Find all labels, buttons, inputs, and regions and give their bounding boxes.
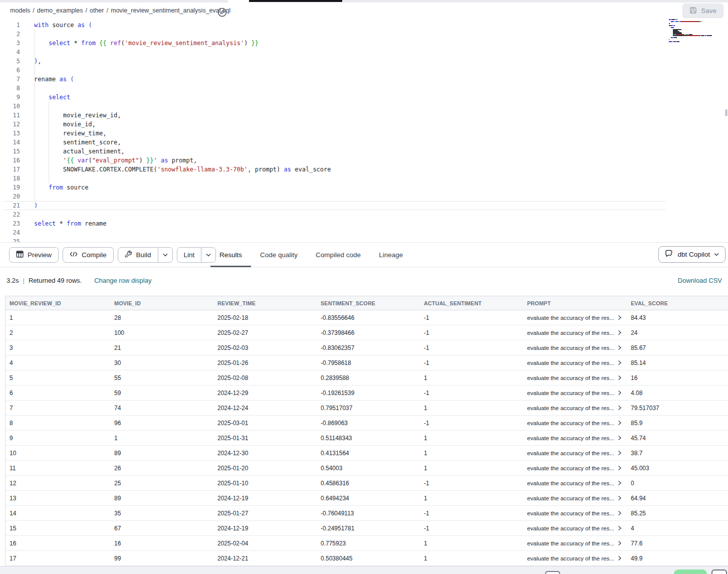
prompt-cell[interactable]: evaluate the accuracy of the res... [523,431,627,445]
compile-button[interactable]: Compile [63,247,114,263]
bottom-green-pill[interactable] [674,569,707,574]
tab-results[interactable]: Results [210,243,251,267]
prompt-cell[interactable]: evaluate the accuracy of the res... [523,476,627,490]
download-csv-link[interactable]: Download CSV [678,277,722,284]
tab-lineage[interactable]: Lineage [370,243,412,267]
expand-prompt-icon[interactable] [618,480,622,486]
table-cell: 15 [6,521,110,535]
expand-prompt-icon[interactable] [618,495,622,501]
table-cell: 96 [110,416,213,430]
editor-minimap[interactable] [669,19,725,44]
table-cell: 0.51148343 [317,431,420,445]
table-cell: 16 [110,536,213,550]
expand-prompt-icon[interactable] [618,330,622,335]
code-line: review_time, [34,129,331,138]
prompt-cell[interactable]: evaluate the accuracy of the res... [523,521,627,535]
code-line [34,237,331,242]
table-row: 13892024-12-190.64942341evaluate the acc… [6,491,728,506]
table-cell: 0.50380445 [317,551,420,565]
expand-prompt-icon[interactable] [618,315,622,320]
code-line: sentiment_score, [34,138,331,147]
expand-prompt-icon[interactable] [618,375,622,380]
breadcrumb: models / demo_examples / other / movie_r… [10,3,230,18]
prompt-preview-text: evaluate the accuracy of the res... [527,555,614,561]
table-cell: -1 [420,325,523,340]
prompt-cell[interactable]: evaluate the accuracy of the res... [523,551,627,565]
save-icon [689,7,697,16]
code-line [34,30,331,39]
build-button[interactable]: Build [118,248,158,262]
build-dropdown[interactable] [158,248,172,262]
breadcrumb-separator: / [33,7,34,14]
prompt-cell[interactable]: evaluate the accuracy of the res... [523,370,627,385]
editor-toolbar: Preview Compile Build Lint [0,242,728,267]
breadcrumb-segment[interactable]: models [10,7,30,14]
save-button[interactable]: Save [682,4,723,18]
code-lines: with source as ( select * from {{ ref('m… [34,21,331,242]
table-row: 11262025-01-200.540031evaluate the accur… [6,461,728,476]
table-cell: 2025-02-03 [213,340,317,355]
code-line: ), [34,57,331,66]
prompt-cell[interactable]: evaluate the accuracy of the res... [523,325,627,340]
table-cell: 79.517037 [627,401,728,415]
prompt-cell[interactable]: evaluate the accuracy of the res... [523,340,627,355]
code-line [34,102,331,111]
copilot-label: dbt Copilot [677,251,710,258]
code-line [34,228,331,237]
table-cell: 1 [420,446,523,460]
prompt-cell[interactable]: evaluate the accuracy of the res... [523,536,627,550]
prompt-preview-text: evaluate the accuracy of the res... [527,405,614,411]
tab-compiled-code[interactable]: Compiled code [307,243,370,267]
tab-code-quality[interactable]: Code quality [251,243,307,267]
prompt-cell[interactable]: evaluate the accuracy of the res... [523,461,627,475]
prompt-cell[interactable]: evaluate the accuracy of the res... [523,491,627,505]
expand-prompt-icon[interactable] [618,525,622,531]
expand-prompt-icon[interactable] [618,465,622,471]
preview-button[interactable]: Preview [9,247,59,263]
code-line [34,192,331,201]
results-statusbar: 3.2s | Returned 49 rows. Change row disp… [0,267,728,296]
expand-prompt-icon[interactable] [618,450,622,456]
expand-prompt-icon[interactable] [618,390,622,396]
table-cell: 45.74 [627,431,728,445]
prompt-cell[interactable]: evaluate the accuracy of the res... [523,310,627,325]
prompt-cell[interactable]: evaluate the accuracy of the res... [523,446,627,460]
expand-prompt-icon[interactable] [618,345,622,350]
table-cell: -0.24951781 [317,521,420,535]
lint-button[interactable]: Lint [177,248,201,262]
table-cell: 35 [110,506,213,520]
expand-prompt-icon[interactable] [618,540,622,546]
table-header-row: MOVIE_REVIEW_ID MOVIE_ID REVIEW_TIME SEN… [6,296,728,310]
editor-scrollbar[interactable] [725,109,727,116]
dbt-copilot-button[interactable]: dbt Copilot [658,246,725,263]
bottom-bar-partial-button[interactable] [711,569,727,574]
expand-prompt-icon[interactable] [618,420,622,426]
change-row-display-link[interactable]: Change row display [94,277,151,284]
table-cell: 2025-01-10 [213,476,317,490]
table-cell: -1 [420,521,523,535]
prompt-preview-text: evaluate the accuracy of the res... [527,390,614,396]
code-editor[interactable]: 1234567891011121314151617181920212223242… [0,18,728,242]
breadcrumb-segment[interactable]: demo_examples [37,7,83,14]
expand-prompt-icon[interactable] [618,510,622,516]
expand-prompt-icon[interactable] [618,405,622,411]
tab-label: Results [219,251,242,259]
expand-prompt-icon[interactable] [618,555,622,561]
breadcrumb-separator: / [106,7,108,14]
table-cell: 67 [110,521,213,535]
prompt-cell[interactable]: evaluate the accuracy of the res... [523,416,627,430]
prompt-cell[interactable]: evaluate the accuracy of the res... [523,355,627,370]
breadcrumb-segment[interactable]: other [90,7,104,14]
code-line: '{{ var("eval_prompt") }}' as prompt, [34,156,331,165]
prompt-cell[interactable]: evaluate the accuracy of the res... [523,506,627,520]
prompt-cell[interactable]: evaluate the accuracy of the res... [523,386,627,400]
bottom-bar-partial-button[interactable] [545,571,560,574]
prompt-cell[interactable]: evaluate the accuracy of the res... [523,401,627,415]
table-row: 10892024-12-300.41315641evaluate the acc… [6,446,728,461]
expand-prompt-icon[interactable] [618,360,622,365]
expand-prompt-icon[interactable] [618,435,622,441]
table-cell: 4 [6,355,110,370]
tab-label: Compiled code [316,251,361,259]
bottom-bar [0,566,728,574]
table-cell: 21 [110,340,213,355]
